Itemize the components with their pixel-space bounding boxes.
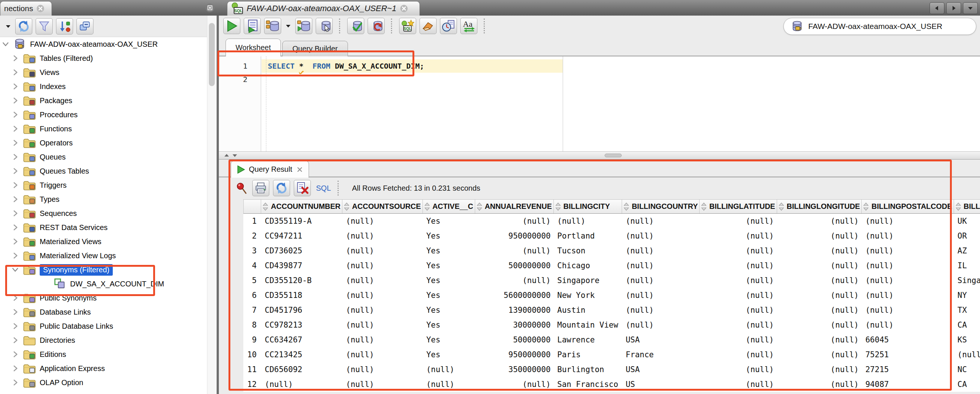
sort-icon[interactable] <box>262 202 268 211</box>
maximize-icon[interactable] <box>205 3 215 13</box>
autotrace-button[interactable] <box>264 18 281 34</box>
collapse-all-button[interactable] <box>76 18 94 35</box>
chevron-right-icon[interactable] <box>11 379 19 386</box>
tree-item-functions[interactable]: Functions <box>0 122 207 136</box>
cell-billingstate[interactable]: IL <box>954 258 980 273</box>
column-header-billingpostalcode[interactable]: BILLINGPOSTALCODE <box>862 199 954 214</box>
cell-billingstate[interactable]: Singapore <box>954 273 980 288</box>
tree-item-synonyms-filtered[interactable]: Synonyms (Filtered) <box>0 263 207 277</box>
cell-accountsource[interactable]: (null) <box>342 214 423 228</box>
tree-item-rest-data-services[interactable]: REST Data Services <box>0 220 207 234</box>
cell-annualrevenue[interactable]: (null) <box>475 243 554 258</box>
commit-button[interactable] <box>347 18 364 34</box>
chevron-right-icon[interactable] <box>11 54 19 62</box>
sort-icon[interactable] <box>863 202 869 211</box>
cell-billingcity[interactable]: (null) <box>554 214 622 228</box>
cell-billingstate[interactable]: OR <box>954 228 980 243</box>
cell-accountnumber[interactable]: CC978213 <box>261 317 342 332</box>
cell-annualrevenue[interactable]: 139000000 <box>475 303 554 317</box>
tree-item-materialized-views[interactable]: Materialized Views <box>0 234 207 249</box>
connection-selector[interactable]: FAW-ADW-oax-ateamoax-OAX_USER <box>783 18 976 35</box>
close-icon[interactable] <box>296 166 304 173</box>
cell-billingcity[interactable]: New York <box>554 288 622 303</box>
cell-accountsource[interactable]: (null) <box>342 303 423 317</box>
cell-accountnumber[interactable]: CD451796 <box>261 303 342 317</box>
column-header-accountsource[interactable]: ACCOUNTSOURCE <box>342 199 423 214</box>
cell-billingcity[interactable]: Tucson <box>554 243 622 258</box>
cell-billingcountry[interactable]: USA <box>622 332 700 347</box>
pin-button[interactable] <box>235 180 248 196</box>
print-button[interactable] <box>252 180 269 196</box>
cell-billingstate[interactable]: KS <box>954 332 980 347</box>
chevron-right-icon[interactable] <box>11 322 19 330</box>
scroll-tabs-left-button[interactable] <box>929 2 944 14</box>
chevron-right-icon[interactable] <box>11 83 19 90</box>
column-header-accountnumber[interactable]: ACCOUNTNUMBER <box>261 199 342 214</box>
dropdown-caret-icon[interactable] <box>285 24 291 28</box>
tree-item-triggers[interactable]: Triggers <box>0 178 207 192</box>
sort-icon[interactable] <box>701 202 706 211</box>
cell-annualrevenue[interactable]: 950000000 <box>475 228 554 243</box>
cell-active__c[interactable]: Yes <box>423 317 475 332</box>
chevron-right-icon[interactable] <box>11 167 19 175</box>
refresh-button[interactable] <box>15 18 32 35</box>
sql-history-button[interactable] <box>440 18 457 34</box>
cell-billinglatitude[interactable]: (null) <box>700 288 777 303</box>
cell-billingpostalcode[interactable]: 75251 <box>862 347 954 362</box>
cell-billinglatitude[interactable]: (null) <box>700 377 777 392</box>
cell-billingstate[interactable]: AZ <box>954 243 980 258</box>
sort-az-button[interactable] <box>56 18 73 35</box>
cell-accountsource[interactable]: (null) <box>342 288 423 303</box>
tree-item-public-database-links[interactable]: Public Database Links <box>0 319 207 333</box>
tree-item-views[interactable]: Views <box>0 65 207 80</box>
chevron-right-icon[interactable] <box>11 308 19 316</box>
sort-icon[interactable] <box>555 202 561 211</box>
column-header-billinglongitude[interactable]: BILLINGLONGITUDE <box>777 199 862 214</box>
cell-billinglongitude[interactable]: (null) <box>777 243 862 258</box>
clear-button[interactable] <box>420 18 437 34</box>
cell-billingstate[interactable]: TX <box>954 303 980 317</box>
chevron-right-icon[interactable] <box>11 125 19 132</box>
cell-accountnumber[interactable]: CD736025 <box>261 243 342 258</box>
cell-billingstate[interactable]: CA <box>954 317 980 332</box>
sort-icon[interactable] <box>477 202 482 211</box>
cell-accountnumber[interactable]: CD355119-A <box>261 214 342 228</box>
tree-item-queues-tables[interactable]: Queues Tables <box>0 164 207 178</box>
cell-billingpostalcode[interactable]: (null) <box>862 258 954 273</box>
chevron-right-icon[interactable] <box>11 294 19 301</box>
chevron-right-icon[interactable] <box>11 238 19 245</box>
cell-billingcountry[interactable]: (null) <box>622 273 700 288</box>
cell-billingpostalcode[interactable]: 66045 <box>862 332 954 347</box>
sql-tuning-advice-button[interactable] <box>316 18 333 34</box>
editor-results-splitter[interactable] <box>219 152 980 160</box>
column-header-annualrevenue[interactable]: ANNUALREVENUE <box>475 199 554 214</box>
chevron-down-icon[interactable] <box>11 266 19 273</box>
splitter-handle[interactable] <box>605 153 622 157</box>
column-header-billingcountry[interactable]: BILLINGCOUNTRY <box>622 199 700 214</box>
tree-item-olap-option[interactable]: OLAP Option <box>0 375 207 389</box>
chevron-right-icon[interactable] <box>11 365 19 372</box>
cell-billinglongitude[interactable]: (null) <box>777 258 862 273</box>
cell-billingcountry[interactable]: (null) <box>622 288 700 303</box>
chevron-right-icon[interactable] <box>11 252 19 259</box>
cell-annualrevenue[interactable]: 950000000 <box>475 347 554 362</box>
tree-item-packages[interactable]: Packages <box>0 94 207 108</box>
explain-plan-button[interactable] <box>295 18 312 34</box>
cell-active__c[interactable]: (null) <box>423 362 475 377</box>
cell-billinglongitude[interactable]: (null) <box>777 288 862 303</box>
scrollbar-thumb[interactable] <box>209 23 215 86</box>
cell-billinglatitude[interactable]: (null) <box>700 214 777 228</box>
tree-item-directories[interactable]: Directories <box>0 333 207 347</box>
cell-billinglatitude[interactable]: (null) <box>700 332 777 347</box>
column-header-billingstate[interactable]: BILLINGSTATE <box>954 199 980 214</box>
cell-annualrevenue[interactable]: (null) <box>475 377 554 392</box>
cell-accountsource[interactable]: (null) <box>342 243 423 258</box>
tree-item-dw-sa-x-account-dim[interactable]: DW_SA_X_ACCOUNT_DIM <box>0 277 207 291</box>
cell-billinglongitude[interactable]: (null) <box>777 273 862 288</box>
cell-billingcity[interactable]: Burlington <box>554 362 622 377</box>
cell-billinglongitude[interactable]: (null) <box>777 347 862 362</box>
cell-billingstate[interactable]: UK <box>954 214 980 228</box>
cell-billingcountry[interactable]: (null) <box>622 228 700 243</box>
cell-accountnumber[interactable]: CD355118 <box>261 288 342 303</box>
unshared-worksheet-button[interactable]: SQL <box>399 18 416 34</box>
